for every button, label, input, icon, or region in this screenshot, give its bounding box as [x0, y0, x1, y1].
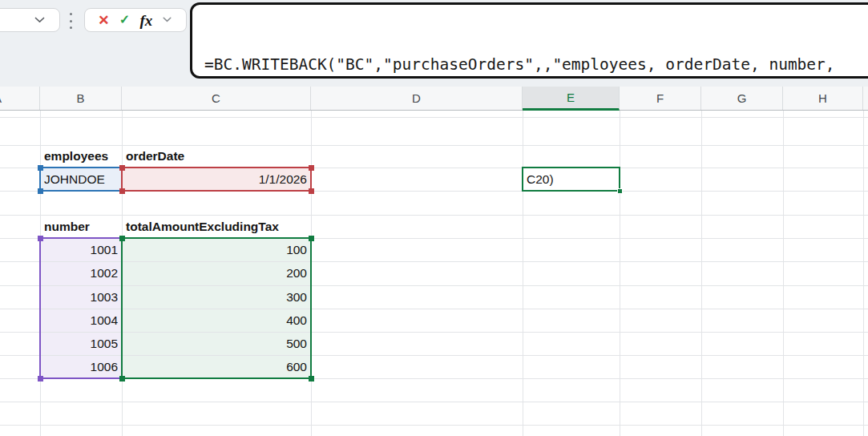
active-edit-cell-fill-handle[interactable] — [617, 188, 623, 194]
column-header-G[interactable]: G — [701, 87, 783, 110]
totalamount-ref-range-border — [121, 237, 312, 379]
gridline — [523, 111, 523, 436]
totalamount-ref-range-handle-bottom-left[interactable] — [119, 376, 125, 382]
cell-B14[interactable]: number — [40, 215, 122, 238]
orderdate-ref-range-handle-bottom-right[interactable] — [309, 188, 314, 194]
column-header-A[interactable]: A — [0, 87, 40, 110]
cell-C11[interactable]: orderDate — [122, 145, 311, 168]
gridline — [701, 111, 702, 436]
formula-button-group: ✕ ✓ fx — [84, 8, 187, 32]
spreadsheet: ABCDEFGH employeesorderDateJOHNDOE1/1/20… — [0, 87, 868, 436]
gridline — [863, 111, 864, 436]
gridline — [0, 402, 868, 402]
column-header-E[interactable]: E — [523, 87, 620, 111]
employees-ref-range-handle-top-left[interactable] — [38, 165, 43, 171]
number-ref-range-handle-top-left[interactable] — [38, 236, 43, 241]
grid-body: employeesorderDateJOHNDOE1/1/2026C20)num… — [0, 111, 868, 436]
formula-bar-drag-handle-icon[interactable] — [67, 13, 74, 29]
formula-toolbar: ✕ ✓ fx =BC.WRITEBACK("BC","purchaseOrder… — [0, 0, 868, 87]
formula-line-1: =BC.WRITEBACK("BC","purchaseOrders",,"em… — [204, 54, 868, 76]
employees-ref-range-handle-bottom-left[interactable] — [38, 188, 43, 194]
cell-B11[interactable]: employees — [40, 145, 122, 168]
formula-input[interactable]: =BC.WRITEBACK("BC","purchaseOrders",,"em… — [190, 2, 868, 79]
number-ref-range-handle-bottom-left[interactable] — [38, 376, 43, 382]
cell-C14[interactable]: totalAmountExcludingTax — [122, 215, 311, 238]
totalamount-ref-range-handle-top-right[interactable] — [309, 236, 314, 241]
orderdate-ref-range-handle-top-right[interactable] — [309, 165, 314, 171]
column-header-F[interactable]: F — [620, 87, 701, 110]
totalamount-ref-range-handle-top-left[interactable] — [119, 236, 125, 241]
number-ref-range-border — [39, 237, 123, 379]
column-header-D[interactable]: D — [311, 87, 523, 110]
orderdate-ref-range-border — [121, 167, 312, 192]
gridline — [0, 425, 868, 426]
column-header-H[interactable]: H — [783, 87, 863, 110]
column-header-C[interactable]: C — [122, 87, 311, 110]
chevron-down-icon[interactable] — [34, 17, 45, 23]
name-box[interactable] — [0, 8, 60, 32]
gridline — [620, 111, 620, 436]
gridline — [0, 117, 868, 118]
orderdate-ref-range-handle-bottom-left[interactable] — [119, 188, 125, 194]
cancel-button[interactable]: ✕ — [98, 14, 109, 27]
active-edit-cell-border — [522, 167, 620, 192]
insert-function-button[interactable]: fx — [140, 13, 153, 28]
chevron-down-icon[interactable] — [163, 17, 173, 23]
enter-button[interactable]: ✓ — [119, 14, 130, 26]
employees-ref-range-border — [39, 167, 123, 192]
column-header-row: ABCDEFGH — [0, 87, 868, 111]
orderdate-ref-range-handle-top-left[interactable] — [119, 165, 125, 171]
totalamount-ref-range-handle-bottom-right[interactable] — [309, 376, 314, 382]
column-header-B[interactable]: B — [40, 87, 122, 110]
gridline — [783, 111, 784, 436]
